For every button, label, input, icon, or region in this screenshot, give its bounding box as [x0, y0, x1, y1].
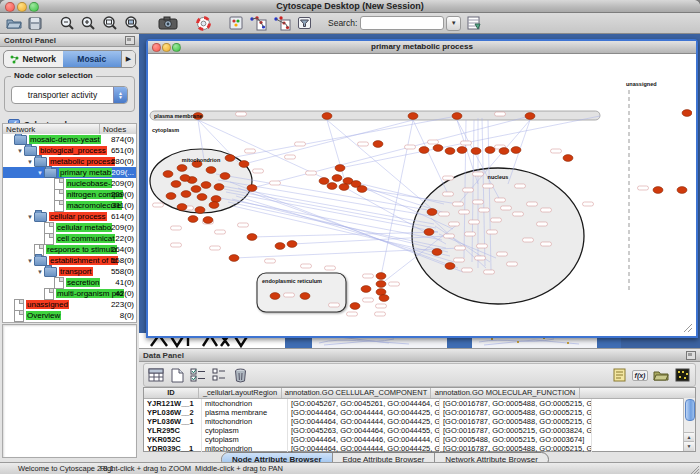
table-cell: YDR039C__1 — [144, 444, 202, 453]
birds-eye-view[interactable] — [2, 324, 137, 458]
tree-item[interactable]: mosaic-demo-yeast874(0) — [3, 134, 136, 145]
paste-view-icon[interactable] — [273, 15, 291, 31]
network-view-titlebar[interactable]: primary metabolic process — [148, 41, 696, 54]
table-row[interactable]: YKR052Ccytoplasm[GO:0044464, GO:0044446,… — [144, 435, 695, 444]
tree-item[interactable]: unassigned223(0) — [3, 299, 136, 310]
import-folder-icon[interactable] — [652, 366, 670, 384]
search-input[interactable] — [360, 16, 444, 30]
table-cell: cytoplasm — [202, 426, 288, 435]
network-canvas[interactable]: plasma membrane cytoplasm mitochondrion … — [148, 54, 692, 334]
table-cell: mitochondrion — [202, 399, 288, 408]
tree-item-count: 41(0) — [115, 278, 134, 287]
expand-arrow-icon[interactable]: ▼ — [26, 214, 34, 220]
tree-item-count: 209(... — [111, 168, 134, 177]
zoom-fit-icon[interactable] — [102, 15, 118, 31]
copy-view-icon[interactable] — [249, 15, 267, 31]
main-toolbar: Search: ▼ — [0, 13, 700, 34]
plasma-membrane-label: plasma membrane — [154, 113, 202, 119]
tree-item-count: 558(0) — [111, 267, 134, 276]
matrix-icon[interactable] — [673, 366, 691, 384]
table-row[interactable]: YJR121W__1mitochondrion[GO:0045267, GO:0… — [144, 399, 695, 408]
expand-arrow-icon[interactable]: ▼ — [16, 148, 24, 154]
expand-arrow-icon[interactable]: ▼ — [26, 159, 34, 165]
file-icon — [14, 310, 24, 322]
vizmapper-icon[interactable] — [229, 15, 243, 31]
title-bar[interactable]: Cytoscape Desktop (New Session) — [0, 0, 700, 13]
zoom-selected-icon[interactable] — [124, 15, 140, 31]
tree-item-count: 558(0) — [111, 256, 134, 265]
tab-overflow-arrow-icon[interactable]: ▶ — [121, 51, 135, 67]
tree-item-label: mosaic-demo-yeast — [29, 135, 101, 144]
attribute-checklist-icon[interactable] — [189, 366, 207, 384]
tree-item-count: 311(0) — [111, 201, 134, 210]
expand-arrow-icon[interactable]: ▼ — [36, 170, 44, 176]
create-attribute-icon[interactable] — [168, 366, 186, 384]
tree-item-label: Overview — [26, 311, 61, 320]
attribute-list-icon[interactable] — [210, 366, 228, 384]
save-icon[interactable] — [28, 15, 42, 31]
zoom-out-icon[interactable] — [60, 15, 75, 31]
zoom-in-icon[interactable] — [81, 15, 96, 31]
attribute-table: ID _cellularLayoutRegion annotation.GO C… — [143, 387, 696, 452]
network-view-window: primary metabolic process — [146, 39, 698, 338]
table-cell: [GO:0016787, GO:0005488, GO:0005215, G..… — [440, 408, 592, 417]
tree-item[interactable]: response to stimulu264(0) — [3, 244, 136, 255]
tree-item-count: 42(0) — [115, 289, 134, 298]
node-color-dropdown[interactable]: transporter activity ▲▼ — [11, 86, 128, 104]
tree-item-label: cell communicat — [56, 234, 115, 243]
search-label: Search: — [328, 18, 357, 28]
network-view-title: primary metabolic process — [148, 42, 696, 51]
table-cell: YPL036W__2 — [144, 408, 202, 417]
tree-item[interactable]: macromolecule311(0) — [3, 200, 136, 211]
tree-item[interactable]: ▼establishment of lo558(0) — [3, 255, 136, 266]
data-panel: Data Panel — [139, 348, 700, 463]
scroll-down-icon[interactable]: ▼ — [684, 441, 694, 451]
select-attributes-icon[interactable] — [147, 366, 165, 384]
tree-item[interactable]: ▼cellular process614(0) — [3, 211, 136, 222]
scrollbar-thumb[interactable] — [685, 399, 695, 421]
column-molecular-function[interactable]: annotation.GO MOLECULAR_FUNCTION — [431, 388, 580, 398]
tree-item[interactable]: nucleobase-209(0) — [3, 178, 136, 189]
tree-item[interactable]: secretion41(0) — [3, 277, 136, 288]
dropdown-value: transporter activity — [12, 90, 113, 100]
delete-attribute-icon[interactable] — [231, 366, 249, 384]
formula-icon[interactable]: f(x) — [631, 366, 649, 384]
tree-item[interactable]: ▼primary metab209(... — [3, 167, 136, 178]
tree-item[interactable]: ▼transport558(0) — [3, 266, 136, 277]
expand-arrow-icon[interactable]: ▼ — [26, 258, 34, 264]
tree-item[interactable]: cellular metabo209(0) — [3, 222, 136, 233]
attribute-table-header: ID _cellularLayoutRegion annotation.GO C… — [144, 388, 695, 399]
tree-item[interactable]: multi-organism pro42(0) — [3, 288, 136, 299]
file-icon — [54, 277, 64, 289]
column-cellular-component[interactable]: annotation.GO CELLULAR_COMPONENT — [282, 388, 431, 398]
table-row[interactable]: YLR295Ccytoplasm[GO:0045263, GO:0044464,… — [144, 426, 695, 435]
tree-item-label: primary metab — [59, 168, 112, 177]
tree-item[interactable]: nitrogen compo209(0) — [3, 189, 136, 200]
tree-item[interactable]: Overview8(0) — [3, 310, 136, 321]
tab-network[interactable]: Network — [4, 51, 63, 67]
expand-arrow-icon[interactable]: ▼ — [36, 269, 44, 275]
tree-item[interactable]: cell communicat22(0) — [3, 233, 136, 244]
open-icon[interactable] — [6, 15, 22, 31]
tree-item[interactable]: ▼metabolic process280(0) — [3, 156, 136, 167]
column-id[interactable]: ID — [144, 388, 199, 398]
tree-item[interactable]: ▼biological_process651(0) — [3, 145, 136, 156]
import-table-icon[interactable] — [467, 15, 481, 31]
tree-item-count: 223(0) — [111, 300, 134, 309]
column-region[interactable]: _cellularLayoutRegion — [199, 388, 282, 398]
status-bar: Welcome to Cytoscape 2.8.1 Right-click +… — [0, 462, 700, 474]
tab-mosaic[interactable]: Mosaic — [63, 51, 122, 67]
table-scrollbar[interactable]: ▲ ▼ — [683, 398, 695, 451]
table-row[interactable]: YPL036W__2plasma membrane[GO:0044464, GO… — [144, 408, 695, 417]
notes-icon[interactable] — [610, 366, 628, 384]
search-options-icon[interactable]: ▼ — [446, 16, 461, 31]
table-row[interactable]: YPL036W__1mitochondrion[GO:0044464, GO:0… — [144, 417, 695, 426]
float-panel-icon[interactable] — [686, 351, 696, 360]
table-cell: [GO:0044464, GO:0044444, GO:0044425, G..… — [288, 408, 440, 417]
snapshot-icon[interactable] — [158, 15, 178, 31]
float-panel-icon[interactable] — [125, 36, 135, 45]
folder-icon — [44, 267, 57, 277]
resize-grip[interactable] — [689, 464, 699, 474]
annotation-icon[interactable] — [297, 15, 312, 31]
help-icon[interactable] — [196, 15, 211, 31]
